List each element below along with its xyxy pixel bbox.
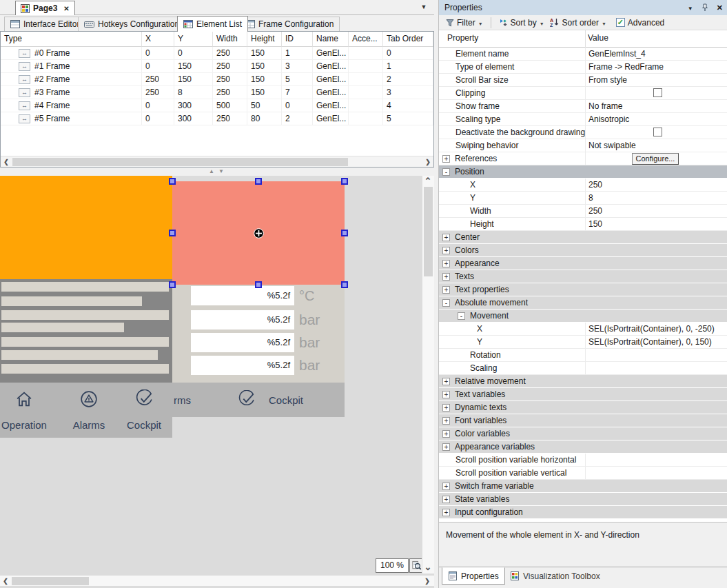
property-row[interactable]: XSEL(IsPortrait(Container), 0, -250) — [439, 323, 727, 336]
property-value[interactable] — [585, 257, 727, 270]
nav-item-cockpit[interactable]: Cockpit — [120, 389, 168, 431]
scroll-left-icon[interactable] — [0, 576, 11, 587]
property-row[interactable]: +Input configuration — [439, 506, 727, 519]
property-column-header[interactable]: Property — [447, 33, 478, 43]
property-row[interactable]: +Switch frame variable — [439, 480, 727, 493]
checkbox-checked-icon[interactable] — [616, 18, 625, 27]
property-row[interactable]: +State variables — [439, 493, 727, 506]
property-row[interactable]: +Center — [439, 231, 727, 244]
properties-titlebar[interactable]: Properties ✕ — [439, 0, 727, 15]
property-row[interactable]: -Absolute movement — [439, 296, 727, 310]
element-table-hscrollbar[interactable] — [1, 156, 433, 167]
property-value[interactable]: Not swipable — [585, 139, 727, 152]
property-value[interactable] — [585, 283, 727, 296]
property-row[interactable]: +Relative movement — [439, 375, 727, 388]
move-crosshair-icon[interactable] — [254, 228, 264, 239]
selection-handle[interactable] — [255, 281, 262, 288]
tab-list-dropdown-icon[interactable] — [419, 3, 429, 12]
property-row[interactable]: -Movement — [439, 310, 727, 323]
property-value[interactable] — [585, 467, 727, 479]
property-row[interactable]: Scroll position variable vertical — [439, 467, 727, 480]
property-value[interactable] — [585, 427, 727, 440]
element-row[interactable]: #1 Frame01502501503GenEl...1 — [1, 60, 433, 73]
checkbox-unchecked-icon[interactable] — [653, 128, 662, 136]
column-header[interactable]: Y — [174, 32, 213, 47]
element-row[interactable]: #0 Frame002501501GenEl...0 — [1, 47, 433, 60]
property-row[interactable]: Deactivate the background drawing — [439, 126, 727, 139]
property-row[interactable]: Type of elementFrame -> RedFrame — [439, 61, 727, 74]
element-row[interactable]: #4 Frame0300500500GenEl...4 — [1, 99, 433, 112]
property-row[interactable]: Element nameGenElemInst_4 — [439, 48, 727, 61]
property-row[interactable]: +ReferencesConfigure... — [439, 152, 727, 165]
property-value[interactable] — [585, 349, 727, 361]
property-value[interactable]: From style — [585, 74, 727, 86]
splitter-collapse-down-icon[interactable] — [218, 168, 224, 174]
close-panel-icon[interactable]: ✕ — [717, 3, 723, 12]
property-value[interactable]: SEL(IsPortrait(Container), 0, -250) — [585, 323, 727, 335]
scroll-right-icon[interactable] — [422, 156, 433, 168]
nav-item-cockpit[interactable] — [237, 390, 256, 409]
property-row[interactable]: +Font variables — [439, 414, 727, 427]
property-row[interactable]: Rotation — [439, 349, 727, 362]
property-row[interactable]: Y8 — [439, 192, 727, 205]
property-value[interactable]: 250 — [585, 205, 727, 217]
configure-button[interactable]: Configure... — [632, 153, 679, 165]
property-row[interactable]: Height150 — [439, 218, 727, 231]
property-row[interactable]: +Text properties — [439, 283, 727, 296]
property-value[interactable]: Frame -> RedFrame — [585, 61, 727, 73]
property-value[interactable] — [585, 493, 727, 505]
scrollbar-thumb[interactable] — [12, 577, 89, 585]
property-value[interactable] — [585, 440, 727, 453]
property-value[interactable]: 150 — [585, 218, 727, 230]
selection-handle[interactable] — [169, 281, 176, 288]
tab-interface-editor[interactable]: Interface Editor — [4, 17, 85, 31]
column-header[interactable]: Width — [213, 32, 247, 47]
zoom-level-field[interactable]: 100 % — [376, 558, 409, 573]
value-field[interactable]: %5.2f — [191, 333, 294, 352]
property-row[interactable]: YSEL(IsPortrait(Container), 0, 150) — [439, 336, 727, 349]
property-value[interactable] — [585, 480, 727, 492]
property-row[interactable]: Scroll position variable horizontal — [439, 454, 727, 467]
selection-handle[interactable] — [255, 178, 262, 185]
frame-orange[interactable] — [0, 176, 172, 279]
scrollbar-thumb[interactable] — [12, 158, 348, 166]
tab-frame-configuration[interactable]: Frame Configuration — [239, 17, 340, 31]
frame-bar-gauges[interactable] — [0, 279, 172, 383]
visualization-canvas[interactable]: %5.2f°C%5.2fbar%5.2fbar%5.2fbar rmsCockp… — [0, 176, 434, 588]
element-row[interactable]: #5 Frame0300250802GenEl...5 — [1, 112, 433, 125]
property-row[interactable]: Scaling typeAnisotropic — [439, 113, 727, 126]
tab-properties[interactable]: Properties — [442, 567, 505, 585]
sort-order-button[interactable]: AZ Sort order — [549, 18, 608, 28]
property-value[interactable]: SEL(IsPortrait(Container), 0, 150) — [585, 336, 727, 348]
element-row[interactable]: #3 Frame25082501507GenEl...3 — [1, 86, 433, 99]
property-row[interactable]: +Text variables — [439, 388, 727, 401]
frame-navbar-vertical[interactable]: OperationAlarmsCockpit — [0, 383, 172, 438]
property-row[interactable]: Scroll Bar sizeFrom style — [439, 74, 727, 87]
scroll-right-icon[interactable] — [422, 576, 433, 587]
property-value[interactable]: 250 — [585, 179, 727, 191]
tab-page3[interactable]: Page3 ✕ — [15, 1, 75, 15]
property-row[interactable]: +Colors — [439, 244, 727, 257]
property-value[interactable] — [585, 270, 727, 283]
property-row[interactable]: Swiping behaviorNot swipable — [439, 139, 727, 152]
property-row[interactable]: +Dynamic texts — [439, 401, 727, 414]
advanced-checkbox[interactable]: Advanced — [615, 18, 666, 28]
column-header[interactable]: Tab Order — [383, 32, 433, 47]
property-value[interactable]: Anisotropic — [585, 113, 727, 125]
property-row[interactable]: +Texts — [439, 270, 727, 283]
sort-by-button[interactable]: Sort by — [498, 18, 546, 28]
property-value[interactable] — [585, 296, 727, 309]
column-header[interactable]: X — [142, 32, 174, 47]
property-value[interactable] — [585, 388, 727, 401]
property-row[interactable]: Clipping — [439, 87, 727, 100]
tab-visualization-toolbox[interactable]: Visualization Toolbox — [504, 567, 606, 585]
property-value[interactable] — [585, 244, 727, 256]
column-header[interactable]: Height — [247, 32, 282, 47]
filter-button[interactable]: Filter — [444, 18, 484, 28]
property-value[interactable] — [585, 375, 727, 387]
property-value[interactable] — [585, 362, 727, 374]
column-divider[interactable] — [585, 30, 586, 48]
property-row[interactable]: +Appearance — [439, 257, 727, 270]
scrollbar-thumb[interactable] — [424, 187, 433, 276]
close-tab-icon[interactable]: ✕ — [63, 5, 69, 12]
